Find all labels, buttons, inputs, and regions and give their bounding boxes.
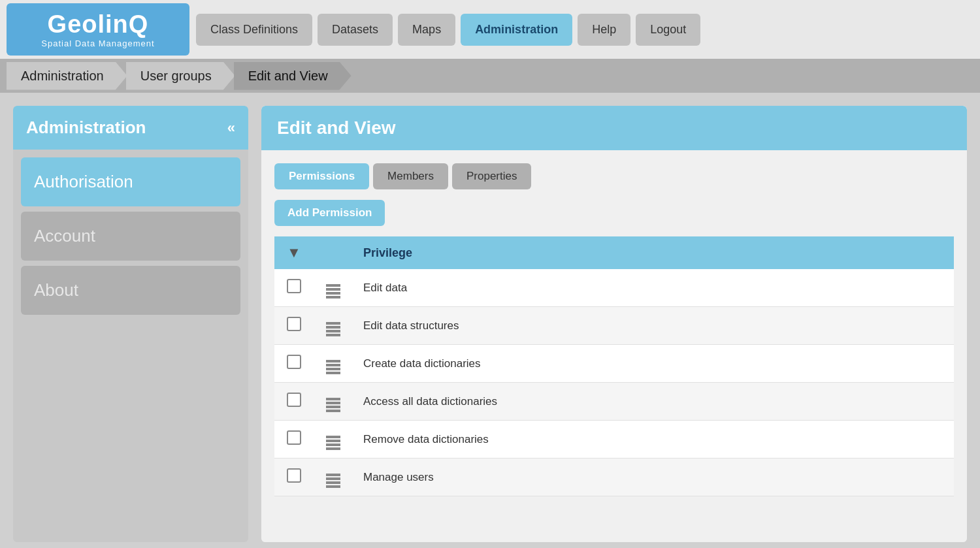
row-checkbox-cell[interactable] — [274, 459, 314, 496]
row-checkbox[interactable] — [287, 430, 301, 445]
sidebar-item-account[interactable]: Account — [21, 212, 240, 261]
table-row: Remove data dictionaries — [274, 421, 954, 459]
breadcrumb: Administration User groups Edit and View — [0, 59, 980, 93]
nav-maps[interactable]: Maps — [398, 14, 455, 46]
tab-permissions[interactable]: Permissions — [274, 163, 369, 189]
sidebar-title: Administration — [26, 118, 146, 138]
content-panel: Edit and View Permissions Members Proper… — [261, 106, 967, 542]
logo-subtitle: Spatial Data Management — [41, 39, 154, 48]
row-privilege: Edit data structures — [353, 307, 954, 345]
tab-members[interactable]: Members — [373, 163, 448, 189]
filter-icon: ▼ — [287, 244, 301, 261]
row-checkbox[interactable] — [287, 468, 301, 483]
sidebar-item-authorisation[interactable]: Authorisation — [21, 157, 240, 206]
row-checkbox[interactable] — [287, 355, 301, 369]
tabs: Permissions Members Properties — [274, 163, 954, 189]
breadcrumb-edit-and-view[interactable]: Edit and View — [234, 62, 351, 90]
row-checkbox-cell[interactable] — [274, 269, 314, 307]
row-checkbox[interactable] — [287, 279, 301, 293]
table-row: Edit data structures — [274, 307, 954, 345]
nav-buttons: Class Definitions Datasets Maps Administ… — [196, 14, 700, 46]
content-title: Edit and View — [261, 106, 967, 150]
sidebar-item-about[interactable]: About — [21, 266, 240, 315]
table-row: Edit data — [274, 269, 954, 307]
table-header-filter[interactable]: ▼ — [274, 236, 314, 269]
sidebar-collapse-button[interactable]: « — [227, 120, 235, 137]
nav-administration[interactable]: Administration — [461, 14, 572, 46]
row-privilege: Manage users — [353, 459, 954, 496]
row-privilege: Edit data — [353, 269, 954, 307]
table-header-privilege: Privilege — [353, 236, 954, 269]
row-icon-cell — [314, 459, 353, 496]
row-icon-cell — [314, 307, 353, 345]
table-header-icon — [314, 236, 353, 269]
row-checkbox-cell[interactable] — [274, 307, 314, 345]
list-icon — [326, 398, 340, 412]
list-icon — [326, 360, 340, 374]
breadcrumb-user-groups[interactable]: User groups — [126, 62, 235, 90]
table-row: Manage users — [274, 459, 954, 496]
row-icon-cell — [314, 383, 353, 421]
row-privilege: Remove data dictionaries — [353, 421, 954, 459]
logo-title: GeolinQ — [48, 10, 149, 39]
logo: GeolinQ Spatial Data Management — [7, 3, 189, 56]
row-checkbox-cell[interactable] — [274, 383, 314, 421]
row-icon-cell — [314, 269, 353, 307]
list-icon — [326, 436, 340, 450]
header: GeolinQ Spatial Data Management Class De… — [0, 0, 980, 59]
row-checkbox-cell[interactable] — [274, 345, 314, 383]
list-icon — [326, 322, 340, 336]
permissions-table: ▼ Privilege Edit dataEdit data structure… — [274, 236, 954, 496]
add-permission-button[interactable]: Add Permission — [274, 200, 385, 226]
nav-help[interactable]: Help — [578, 14, 630, 46]
content-body: Permissions Members Properties Add Permi… — [261, 150, 967, 542]
nav-logout[interactable]: Logout — [636, 14, 700, 46]
row-icon-cell — [314, 421, 353, 459]
list-icon — [326, 284, 340, 298]
row-checkbox-cell[interactable] — [274, 421, 314, 459]
row-icon-cell — [314, 345, 353, 383]
tab-properties[interactable]: Properties — [452, 163, 531, 189]
breadcrumb-administration[interactable]: Administration — [7, 62, 127, 90]
row-checkbox[interactable] — [287, 317, 301, 331]
list-icon — [326, 474, 340, 488]
row-privilege: Access all data dictionaries — [353, 383, 954, 421]
table-row: Create data dictionaries — [274, 345, 954, 383]
sidebar-items: Authorisation Account About — [13, 150, 248, 323]
main-layout: Administration « Authorisation Account A… — [0, 93, 980, 548]
sidebar: Administration « Authorisation Account A… — [13, 106, 248, 542]
table-row: Access all data dictionaries — [274, 383, 954, 421]
nav-datasets[interactable]: Datasets — [318, 14, 393, 46]
table-header-row: ▼ Privilege — [274, 236, 954, 269]
sidebar-header: Administration « — [13, 106, 248, 150]
nav-class-definitions[interactable]: Class Definitions — [196, 14, 312, 46]
row-checkbox[interactable] — [287, 393, 301, 407]
row-privilege: Create data dictionaries — [353, 345, 954, 383]
